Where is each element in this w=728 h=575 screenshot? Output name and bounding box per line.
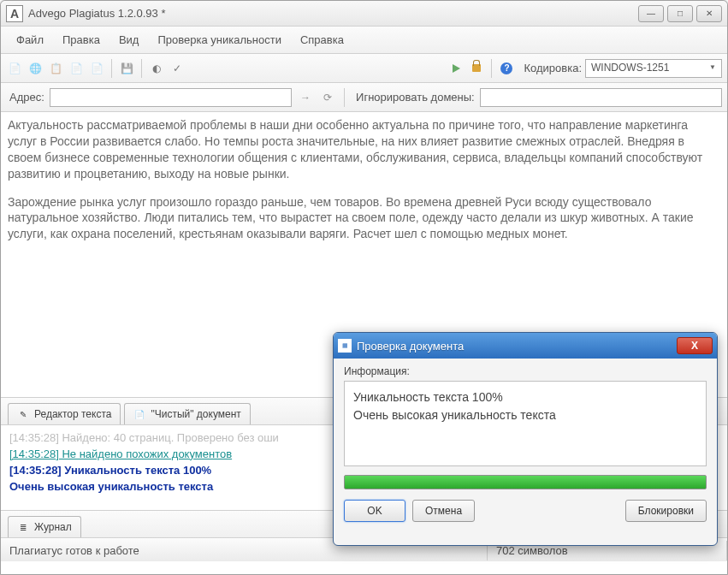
- ignore-domains-input[interactable]: [480, 88, 722, 107]
- list-icon: ≣: [17, 521, 29, 533]
- menu-edit[interactable]: Правка: [54, 30, 109, 50]
- toolbar-separator: [111, 59, 112, 78]
- dialog-info-label: Информация:: [344, 365, 707, 377]
- dialog-close-button[interactable]: X: [677, 337, 713, 354]
- dialog-progress-bar: [344, 475, 707, 489]
- check-dialog: ▦ Проверка документа X Информация: Уника…: [333, 332, 718, 546]
- tab-editor[interactable]: ✎ Редактор текста: [8, 403, 121, 424]
- copy-icon[interactable]: 📋: [47, 60, 64, 77]
- dialog-block-button[interactable]: Блокировки: [625, 500, 707, 522]
- toolbar-separator: [491, 59, 492, 78]
- dialog-ok-button[interactable]: OK: [344, 500, 405, 522]
- lock-icon[interactable]: [468, 60, 485, 77]
- check-icon[interactable]: ✓: [169, 60, 186, 77]
- open-html-icon[interactable]: 🌐: [27, 60, 44, 77]
- toolbar-separator: [141, 59, 142, 78]
- toolbar: 📄 🌐 📋 📄 📄 💾 ◐ ✓ ? Кодировка: WINDOWS-125…: [1, 54, 727, 83]
- menu-help[interactable]: Справка: [292, 30, 352, 50]
- titlebar: A Advego Plagiatus 1.2.0.93 * — □ ✕: [1, 1, 727, 27]
- tab-journal[interactable]: ≣ Журнал: [8, 516, 81, 537]
- toolbar-separator: [344, 88, 345, 107]
- play-icon[interactable]: [447, 60, 465, 77]
- close-button[interactable]: ✕: [696, 5, 722, 22]
- tab-clean-label: "Чистый" документ: [151, 408, 240, 420]
- menu-check[interactable]: Проверка уникальности: [149, 30, 289, 50]
- maximize-button[interactable]: □: [667, 5, 693, 22]
- address-bar: Адрес: → ⟳ Игнорировать домены:: [1, 83, 727, 112]
- address-label: Адрес:: [6, 91, 44, 104]
- ignore-domains-label: Игнорировать домены:: [352, 91, 475, 104]
- tab-clean[interactable]: 📄 "Чистый" документ: [124, 403, 250, 424]
- address-input[interactable]: [50, 88, 292, 107]
- refresh-icon[interactable]: ⟳: [319, 89, 336, 106]
- paragraph-2: Зарождение рынка услуг произошло гораздо…: [8, 194, 720, 243]
- go-icon[interactable]: →: [297, 89, 314, 106]
- app-icon: A: [6, 5, 23, 22]
- dialog-titlebar[interactable]: ▦ Проверка документа X: [334, 333, 717, 359]
- encoding-label: Кодировка:: [524, 62, 582, 74]
- minimize-button[interactable]: —: [638, 5, 664, 22]
- globe-icon[interactable]: ◐: [148, 60, 165, 77]
- dialog-info-line2: Очень высокая уникальность текста: [353, 406, 697, 424]
- tab-editor-label: Редактор текста: [34, 408, 111, 420]
- window-title: Advego Plagiatus 1.2.0.93 *: [28, 7, 638, 20]
- dialog-info-box: Уникальность текста 100% Очень высокая у…: [344, 381, 707, 466]
- dialog-app-icon: ▦: [338, 339, 352, 353]
- pencil-icon: ✎: [17, 408, 29, 420]
- dialog-title: Проверка документа: [357, 340, 677, 353]
- help-icon[interactable]: ?: [498, 60, 515, 77]
- doc-icon: 📄: [133, 408, 145, 420]
- menubar: Файл Правка Вид Проверка уникальности Сп…: [1, 27, 727, 54]
- menu-view[interactable]: Вид: [110, 30, 148, 50]
- encoding-select[interactable]: WINDOWS-1251: [585, 59, 722, 78]
- tab-journal-label: Журнал: [34, 521, 72, 533]
- paste2-icon[interactable]: 📄: [88, 60, 105, 77]
- new-file-icon[interactable]: 📄: [6, 60, 23, 77]
- save-icon[interactable]: 💾: [118, 60, 135, 77]
- dialog-cancel-button[interactable]: Отмена: [412, 500, 475, 522]
- paste-icon[interactable]: 📄: [68, 60, 85, 77]
- dialog-info-line1: Уникальность текста 100%: [353, 388, 697, 406]
- menu-file[interactable]: Файл: [8, 30, 52, 50]
- paragraph-1: Актуальность рассматриваемой проблемы в …: [8, 117, 720, 182]
